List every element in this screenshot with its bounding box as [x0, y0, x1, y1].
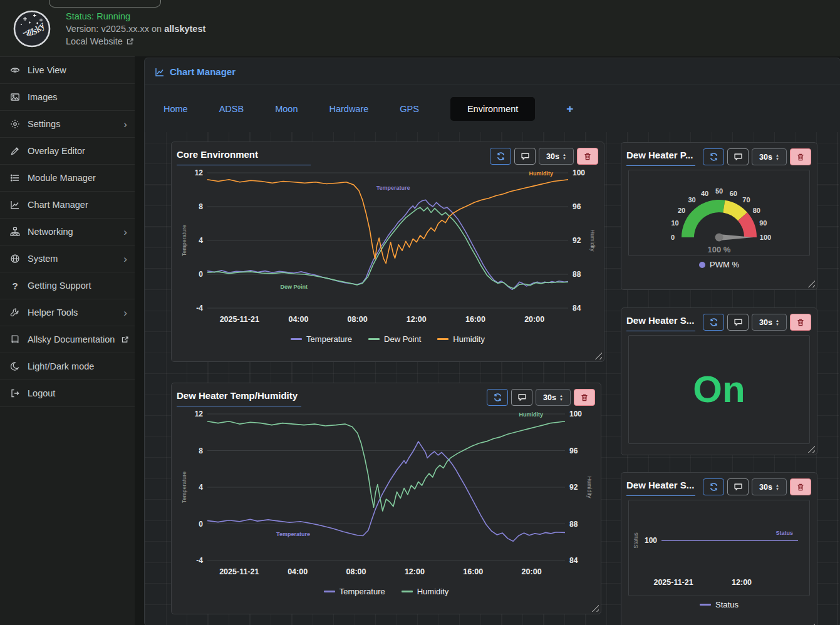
- app-header: Allsky Status: Running Version: v2025.xx…: [0, 0, 840, 56]
- sidebar-item-helper-tools[interactable]: Helper Tools ›: [0, 299, 135, 326]
- question-icon: ?: [9, 281, 21, 291]
- panel-dew-heater-pwm: Dew Heater P... 30s ▲▼ 01020304050607080…: [621, 142, 817, 290]
- refresh-chart-button[interactable]: [487, 389, 508, 406]
- svg-text:100: 100: [760, 234, 771, 241]
- add-tab-button[interactable]: +: [566, 102, 573, 116]
- sidebar-item-module-manager[interactable]: Module Manager: [0, 165, 135, 192]
- sidebar-item-networking[interactable]: Networking ›: [0, 219, 135, 245]
- legend-label: Humidity: [417, 587, 449, 596]
- legend-marker: [402, 591, 413, 592]
- svg-text:88: 88: [569, 520, 578, 529]
- tab-environment[interactable]: Environment: [450, 97, 535, 121]
- tab-hardware[interactable]: Hardware: [329, 104, 368, 114]
- sidebar-item-light-dark-mode[interactable]: Light/Dark mode: [0, 353, 135, 380]
- legend-label: Status: [715, 600, 739, 609]
- sidebar-item-settings[interactable]: Settings ›: [0, 111, 135, 138]
- series-temperature: [207, 442, 565, 541]
- series-humidity: [207, 421, 565, 511]
- external-link-icon: [126, 38, 134, 46]
- image-icon: [9, 92, 21, 102]
- refresh-chart-button[interactable]: [703, 148, 724, 165]
- pen-icon: [9, 146, 21, 156]
- legend-item: PWM %: [699, 260, 739, 269]
- chevron-right-icon: ›: [123, 119, 127, 130]
- sidebar-item-logout[interactable]: Logout: [0, 380, 135, 407]
- legend-marker: [324, 591, 335, 592]
- legend-item: Temperature: [324, 587, 385, 596]
- delete-chart-button[interactable]: [790, 478, 811, 495]
- refresh-chart-button[interactable]: [490, 148, 511, 165]
- svg-text:Status: Status: [633, 532, 639, 549]
- interval-select[interactable]: 30s ▲▼: [752, 478, 787, 495]
- panel-title: Dew Heater Temp/Humidity: [177, 389, 301, 406]
- tab-moon[interactable]: Moon: [275, 104, 298, 114]
- svg-text:12:00: 12:00: [732, 578, 752, 587]
- page-title-row: Chart Manager: [145, 58, 840, 85]
- svg-text:10: 10: [671, 219, 678, 227]
- interval-select[interactable]: 30s ▲▼: [752, 148, 787, 165]
- panel-core-environment: Core Environment 30s ▲▼ 12840-4100969288…: [171, 142, 604, 362]
- tab-home[interactable]: Home: [163, 104, 188, 114]
- comment-button[interactable]: [727, 148, 749, 165]
- chart-line-icon: [9, 200, 21, 210]
- interval-select[interactable]: 30s ▲▼: [752, 314, 787, 331]
- svg-text:20:00: 20:00: [522, 567, 542, 576]
- svg-text:Temperature: Temperature: [181, 472, 187, 504]
- chart-annotation: Dew Point: [280, 284, 308, 290]
- comment-button[interactable]: [514, 148, 536, 165]
- delete-chart-button[interactable]: [790, 148, 811, 165]
- delete-chart-button[interactable]: [574, 389, 595, 406]
- svg-text:0: 0: [671, 234, 675, 241]
- resize-handle[interactable]: [594, 352, 602, 359]
- tab-adsb[interactable]: ADSB: [219, 104, 244, 114]
- refresh-chart-button[interactable]: [703, 478, 724, 495]
- svg-text:100: 100: [573, 168, 585, 177]
- svg-text:92: 92: [573, 236, 581, 245]
- chart-legend: PWM %: [628, 260, 810, 269]
- sidebar-item-getting-support[interactable]: ? Getting Support: [0, 272, 135, 299]
- sidebar-item-images[interactable]: Images: [0, 84, 135, 111]
- comment-button[interactable]: [727, 478, 749, 495]
- sidebar-item-chart-manager[interactable]: Chart Manager: [0, 192, 135, 219]
- sidebar-item-documentation[interactable]: Allsky Documentation: [0, 326, 135, 353]
- svg-text:08:00: 08:00: [346, 567, 366, 576]
- interval-select[interactable]: 30s ▲▼: [539, 148, 574, 165]
- sidebar-item-system[interactable]: System ›: [0, 245, 135, 272]
- svg-text:04:00: 04:00: [288, 315, 308, 324]
- legend-label: Dew Point: [384, 334, 421, 344]
- delete-chart-button[interactable]: [790, 314, 811, 331]
- select-arrows-icon: ▲▼: [563, 153, 566, 160]
- comment-button[interactable]: [727, 314, 749, 331]
- moon-icon: [9, 361, 21, 371]
- hostname: allskytest: [164, 24, 205, 34]
- series-humidity: [207, 180, 568, 264]
- comment-button[interactable]: [511, 389, 532, 406]
- resize-handle[interactable]: [807, 280, 815, 287]
- sidebar-item-overlay-editor[interactable]: Overlay Editor: [0, 138, 135, 165]
- resize-handle[interactable]: [591, 604, 599, 612]
- svg-text:30: 30: [688, 196, 695, 204]
- list-icon: [9, 173, 21, 183]
- svg-text:Humidity: Humidity: [589, 229, 596, 252]
- gauge-zone: [682, 200, 725, 237]
- chart-legend: TemperatureDew PointHumidity: [179, 334, 597, 344]
- local-website-link[interactable]: Local Website: [66, 35, 205, 48]
- svg-text:84: 84: [569, 556, 578, 565]
- chart-legend: Status: [628, 600, 810, 609]
- version-text: Version: v2025.xx.xx on allskytest: [66, 23, 205, 35]
- delete-chart-button[interactable]: [577, 148, 598, 165]
- refresh-chart-button[interactable]: [703, 314, 724, 331]
- panel-dew-heater-status-chart: Dew Heater S... 30s ▲▼ 100Status2025-11-…: [621, 472, 817, 625]
- core-environment-chart: 12840-410096928884TemperatureHumidity202…: [179, 167, 596, 331]
- sidebar-item-live-view[interactable]: Live View: [0, 57, 135, 84]
- svg-text:12: 12: [195, 168, 204, 177]
- chart-line-icon: [155, 67, 165, 77]
- interval-select[interactable]: 30s ▲▼: [536, 389, 571, 406]
- logout-icon: [9, 388, 21, 398]
- browser-tab-outline: [49, 0, 161, 8]
- chart-legend: TemperatureHumidity: [179, 587, 594, 596]
- chart-annotation: Humidity: [519, 411, 543, 418]
- panel-title: Dew Heater P...: [626, 148, 695, 166]
- tab-gps[interactable]: GPS: [400, 104, 419, 114]
- svg-text:96: 96: [573, 202, 581, 211]
